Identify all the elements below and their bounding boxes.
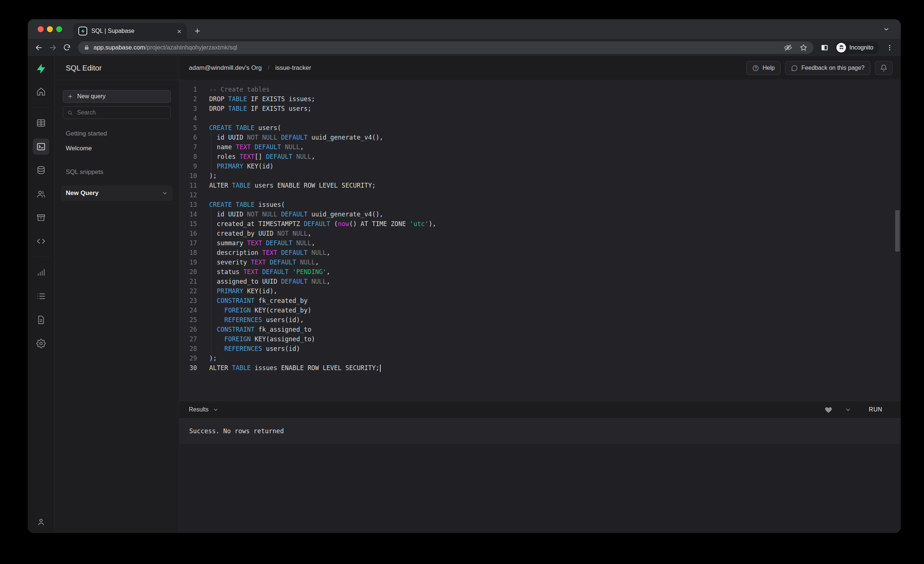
chat-bubble-icon	[791, 64, 798, 72]
sql-editor-sidebar: SQL Editor New query Getting started Wel…	[55, 56, 179, 533]
supabase-app: SQL Editor New query Getting started Wel…	[28, 56, 901, 533]
docs-icon[interactable]	[33, 312, 49, 328]
url-bar[interactable]: app.supabase.com/project/azahtnhqohyjerz…	[78, 41, 813, 54]
search-icon	[67, 110, 73, 116]
window-minimize-button[interactable]	[47, 26, 53, 32]
database-icon[interactable]	[33, 162, 49, 178]
new-query-button[interactable]: New query	[63, 90, 171, 103]
code-line: 28 REFERENCES users(id)	[179, 344, 901, 353]
code-line: 16 created_by UUID NOT NULL,	[179, 229, 901, 238]
section-label-sql-snippets: SQL snippets	[66, 168, 171, 176]
reload-icon[interactable]	[61, 42, 73, 54]
kebab-menu-icon[interactable]	[884, 42, 896, 54]
code-line: 15 created_at TIMESTAMPTZ DEFAULT (now()…	[179, 219, 901, 229]
edge-functions-icon[interactable]	[33, 233, 49, 249]
new-tab-button[interactable]	[193, 23, 201, 39]
code-line: 8 roles TEXT[] DEFAULT NULL,	[179, 152, 901, 162]
incognito-label: Incognito	[849, 44, 873, 51]
code-line: 26 CONSTRAINT fk_assigned_to	[179, 325, 901, 334]
code-line: 19 severity TEXT DEFAULT NULL,	[179, 257, 901, 267]
star-icon[interactable]	[800, 43, 808, 52]
storage-icon[interactable]	[33, 209, 49, 226]
code-line: 4	[179, 114, 901, 123]
code-line: 1-- Create tables	[179, 85, 901, 94]
code-line: 30ALTER TABLE issues ENABLE ROW LEVEL SE…	[179, 363, 901, 373]
code-line: 20 status TEXT DEFAULT 'PENDING',	[179, 267, 901, 277]
browser-tab[interactable]: SQL | Supabase ×	[73, 23, 187, 39]
code-line: 9 PRIMARY KEY(id)	[179, 162, 901, 171]
tab-strip: SQL | Supabase ×	[28, 19, 901, 39]
rail-divider	[33, 107, 49, 108]
code-line: 11ALTER TABLE users ENABLE ROW LEVEL SEC…	[179, 181, 901, 190]
auth-users-icon[interactable]	[33, 186, 49, 202]
code-line: 27 FOREIGN KEY(assigned_to)	[179, 334, 901, 344]
editor-scrollbar[interactable]	[895, 210, 900, 251]
url-text: app.supabase.com/project/azahtnhqohyjerz…	[93, 44, 237, 51]
code-line: 6 id UUID NOT NULL DEFAULT uuid_generate…	[179, 133, 901, 142]
tab-close-icon[interactable]: ×	[177, 27, 182, 35]
code-line: 22 PRIMARY KEY(id),	[179, 286, 901, 296]
code-line: 29);	[179, 353, 901, 363]
window-controls	[38, 26, 62, 32]
code-line: 14 id UUID NOT NULL DEFAULT uuid_generat…	[179, 209, 901, 219]
indent-guide	[211, 209, 212, 353]
settings-gear-icon[interactable]	[33, 335, 49, 352]
chevron-down-icon[interactable]	[845, 407, 851, 413]
search-input[interactable]	[77, 109, 166, 116]
incognito-icon	[836, 43, 846, 52]
code-line: 3DROP TABLE IF EXISTS users;	[179, 104, 901, 114]
sql-code-editor[interactable]: 1-- Create tables2DROP TABLE IF EXISTS i…	[179, 80, 901, 401]
chevron-down-icon[interactable]	[162, 190, 168, 196]
account-user-icon[interactable]	[37, 518, 45, 526]
code-line: 21 assigned_to UUID DEFAULT NULL,	[179, 277, 901, 286]
section-label-getting-started: Getting started	[66, 130, 171, 138]
code-line: 13CREATE TABLE issues(	[179, 200, 901, 209]
breadcrumb-project[interactable]: issue-tracker	[275, 64, 311, 72]
bell-icon	[880, 64, 887, 72]
code-line: 18 description TEXT DEFAULT NULL,	[179, 248, 901, 257]
code-line: 25 REFERENCES users(id),	[179, 315, 901, 325]
text-cursor	[380, 365, 381, 372]
run-button[interactable]: RUN	[869, 406, 882, 413]
window-close-button[interactable]	[38, 26, 44, 32]
supabase-logo[interactable]	[36, 61, 46, 76]
forward-icon[interactable]	[47, 42, 59, 54]
code-line: 5CREATE TABLE users(	[179, 123, 901, 133]
code-line: 24 FOREIGN KEY(created_by)	[179, 305, 901, 315]
side-panel-icon[interactable]	[819, 42, 831, 54]
sql-editor-icon[interactable]	[33, 139, 49, 155]
help-circle-icon	[752, 64, 759, 72]
sidebar-item-welcome[interactable]: Welcome	[66, 145, 171, 152]
rail-divider	[33, 257, 49, 257]
breadcrumb-org[interactable]: adam@windmill.dev's Org	[189, 64, 262, 72]
breadcrumb-separator: /	[268, 64, 269, 71]
code-line: 2DROP TABLE IF EXISTS issues;	[179, 94, 901, 104]
results-dropdown[interactable]: Results	[189, 406, 218, 413]
feedback-button[interactable]: Feedback on this page?	[785, 61, 870, 75]
home-icon[interactable]	[33, 84, 49, 100]
results-bar: Results RUN	[179, 401, 901, 418]
code-line: 10);	[179, 171, 901, 181]
code-line: 17 summary TEXT DEFAULT NULL,	[179, 238, 901, 248]
heart-icon[interactable]	[825, 406, 832, 414]
window-zoom-button[interactable]	[56, 26, 62, 32]
eye-off-icon[interactable]	[784, 43, 792, 52]
notifications-button[interactable]	[875, 61, 892, 75]
search-input-wrap	[63, 106, 171, 119]
reports-icon[interactable]	[33, 265, 49, 281]
code-line: 23 CONSTRAINT fk_created_by	[179, 296, 901, 305]
tab-search-chevron-icon[interactable]	[883, 26, 890, 33]
code-lines: 1-- Create tables2DROP TABLE IF EXISTS i…	[179, 85, 901, 373]
table-editor-icon[interactable]	[33, 115, 49, 131]
results-empty-area	[179, 444, 901, 533]
help-button[interactable]: Help	[746, 61, 781, 75]
main-column: adam@windmill.dev's Org / issue-tracker …	[179, 56, 901, 533]
lock-icon	[84, 44, 90, 51]
plus-icon	[67, 93, 73, 99]
logs-icon[interactable]	[33, 288, 49, 304]
browser-toolbar: app.supabase.com/project/azahtnhqohyjerz…	[28, 39, 901, 56]
sidebar-item-new-query[interactable]: New Query	[61, 186, 172, 201]
tab-title: SQL | Supabase	[91, 28, 173, 34]
browser-window: SQL | Supabase × app.supabase.com/projec…	[28, 19, 901, 533]
back-icon[interactable]	[33, 42, 45, 54]
